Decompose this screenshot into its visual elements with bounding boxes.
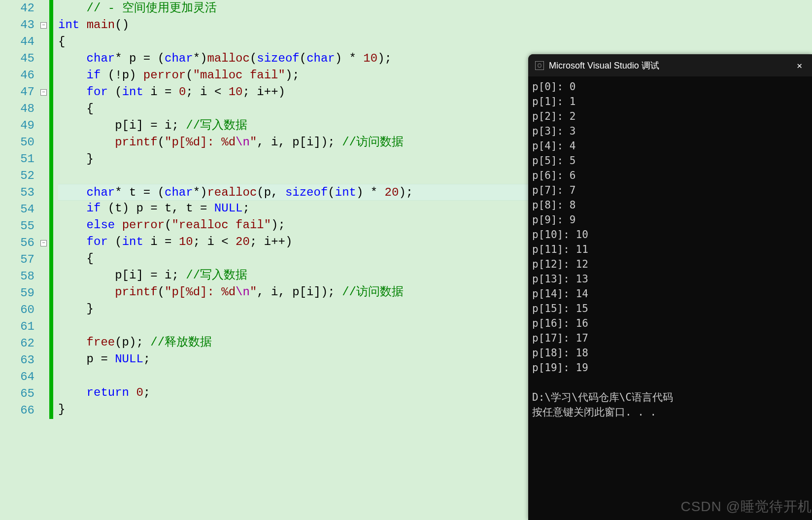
code-token: ); bbox=[377, 52, 392, 65]
line-number: 42 bbox=[0, 0, 34, 17]
code-token: return bbox=[87, 386, 129, 399]
line-number: 62 bbox=[0, 335, 34, 352]
line-number: 44 bbox=[0, 34, 34, 50]
code-token: ( bbox=[186, 69, 193, 82]
code-token: sizeof bbox=[285, 186, 328, 199]
line-number: 61 bbox=[0, 318, 34, 335]
code-token bbox=[58, 386, 87, 399]
code-token: for bbox=[87, 85, 108, 99]
code-token: *) bbox=[193, 186, 207, 199]
console-title: Microsoft Visual Studio 调试 bbox=[549, 60, 789, 71]
code-token: if bbox=[87, 69, 101, 82]
console-titlebar[interactable]: ▢ Microsoft Visual Studio 调试 ✕ bbox=[528, 54, 812, 76]
code-token: //写入数据 bbox=[186, 269, 247, 282]
fold-toggle[interactable]: − bbox=[40, 22, 47, 29]
code-token: //写入数据 bbox=[186, 119, 247, 132]
code-token: (t) p = t, t = bbox=[101, 202, 214, 215]
code-token: 0 bbox=[136, 386, 143, 399]
code-token: 10 bbox=[229, 85, 243, 99]
code-line[interactable]: // - 空间使用更加灵活 bbox=[58, 0, 812, 17]
line-number: 46 bbox=[0, 67, 34, 84]
code-token: (p); bbox=[115, 336, 150, 349]
code-token: ( bbox=[328, 186, 335, 199]
code-token: , i, p[i]); bbox=[257, 285, 342, 299]
code-token: ; i < bbox=[186, 85, 228, 99]
line-number: 43 bbox=[0, 17, 34, 34]
code-token bbox=[58, 336, 87, 349]
code-token: NULL bbox=[115, 352, 143, 366]
code-token: { bbox=[58, 102, 94, 115]
code-token bbox=[58, 202, 87, 215]
code-token bbox=[129, 386, 136, 399]
code-token: p[i] = i; bbox=[58, 269, 186, 282]
line-number: 60 bbox=[0, 302, 34, 318]
code-token bbox=[58, 235, 87, 248]
code-token: 20 bbox=[385, 186, 399, 199]
code-token: 10 bbox=[179, 235, 193, 248]
code-token: perror bbox=[122, 218, 165, 232]
fold-column: −−− bbox=[39, 0, 49, 520]
code-token: (!p) bbox=[101, 69, 143, 82]
line-number: 49 bbox=[0, 117, 34, 134]
change-bar bbox=[49, 0, 53, 419]
line-number: 55 bbox=[0, 218, 34, 235]
code-line[interactable]: int main() bbox=[58, 17, 812, 34]
code-token: free bbox=[87, 336, 115, 349]
line-number: 64 bbox=[0, 369, 34, 385]
code-token: char bbox=[87, 52, 115, 65]
line-number: 47 bbox=[0, 84, 34, 101]
code-token: char bbox=[87, 186, 115, 199]
code-token: ; bbox=[242, 202, 249, 215]
code-token: " bbox=[250, 285, 257, 299]
code-token bbox=[58, 1, 87, 15]
code-token: ( bbox=[165, 218, 171, 232]
fold-toggle[interactable]: − bbox=[40, 89, 47, 96]
code-token: else bbox=[87, 218, 115, 232]
code-token: ( bbox=[158, 285, 165, 299]
code-token bbox=[115, 218, 122, 232]
code-token: , i, p[i]); bbox=[257, 136, 342, 149]
code-token: ( bbox=[158, 136, 165, 149]
code-token: *) bbox=[193, 52, 207, 65]
debug-console-window[interactable]: ▢ Microsoft Visual Studio 调试 ✕ p[0]: 0 p… bbox=[528, 54, 812, 520]
code-token: } bbox=[58, 152, 94, 166]
line-number: 45 bbox=[0, 50, 34, 67]
code-token: (p, bbox=[257, 186, 285, 199]
code-token: ; bbox=[143, 352, 150, 366]
line-number: 56 bbox=[0, 235, 34, 251]
console-icon: ▢ bbox=[535, 61, 544, 70]
code-token: perror bbox=[143, 69, 186, 82]
code-token: //访问数据 bbox=[342, 136, 404, 149]
code-token: " bbox=[250, 136, 257, 149]
code-token: i = bbox=[143, 85, 179, 99]
code-token: NULL bbox=[214, 202, 243, 215]
line-number: 52 bbox=[0, 168, 34, 184]
code-token: //释放数据 bbox=[150, 336, 212, 349]
code-token: char bbox=[165, 186, 193, 199]
code-token: printf bbox=[115, 136, 157, 149]
code-token: if bbox=[87, 202, 101, 215]
code-token: { bbox=[58, 35, 65, 48]
code-token: i = bbox=[143, 235, 179, 248]
code-token: () bbox=[115, 18, 129, 32]
console-output[interactable]: p[0]: 0 p[1]: 1 p[2]: 2 p[3]: 3 p[4]: 4 … bbox=[528, 75, 812, 423]
code-token: ; bbox=[143, 386, 150, 399]
close-icon[interactable]: ✕ bbox=[794, 60, 805, 71]
line-number: 66 bbox=[0, 402, 34, 419]
line-number: 58 bbox=[0, 268, 34, 285]
fold-toggle[interactable]: − bbox=[40, 240, 47, 246]
change-bars bbox=[49, 0, 58, 520]
code-token: \n bbox=[236, 136, 250, 149]
code-token: ( bbox=[108, 85, 122, 99]
code-token: ) * bbox=[335, 52, 364, 65]
code-line[interactable]: { bbox=[58, 34, 812, 50]
line-number-gutter: 4243444546474849505152535455565758596061… bbox=[0, 0, 39, 520]
line-number: 59 bbox=[0, 285, 34, 302]
line-number: 63 bbox=[0, 352, 34, 369]
code-token: char bbox=[306, 52, 335, 65]
code-token: "p[%d]: %d bbox=[165, 136, 236, 149]
code-token bbox=[58, 136, 115, 149]
code-token: } bbox=[58, 403, 65, 416]
code-token: int bbox=[122, 85, 143, 99]
code-token: int bbox=[122, 235, 143, 248]
